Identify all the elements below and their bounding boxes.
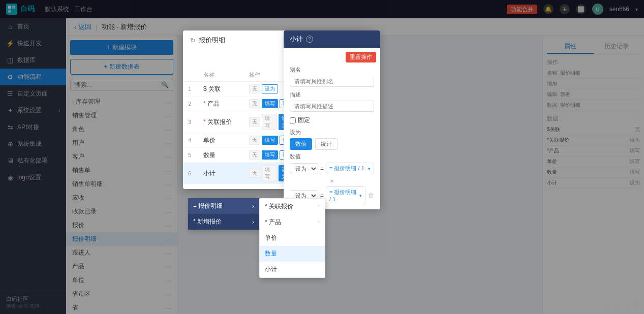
dropdown-item-label: = 报价明细 bbox=[193, 202, 223, 210]
reset-ops-button[interactable]: 重置操作 bbox=[346, 52, 376, 62]
fixed-label: 固定 bbox=[298, 116, 310, 124]
desc-label: 描述 bbox=[290, 91, 374, 99]
times-label: × bbox=[290, 176, 374, 186]
op-none[interactable]: 无 bbox=[249, 136, 260, 145]
chevron-right-icon: › bbox=[318, 218, 320, 225]
row-number: 4 bbox=[188, 137, 203, 143]
eq-label: = bbox=[320, 165, 324, 172]
op-none[interactable]: 无 bbox=[249, 150, 260, 160]
dropdown-item-label: 小计 bbox=[265, 266, 277, 273]
op-none[interactable]: 无 bbox=[249, 84, 260, 93]
desc-input[interactable] bbox=[290, 101, 374, 112]
side-panel-header: 小计 ? bbox=[284, 30, 380, 48]
refresh-icon[interactable]: ↻ bbox=[190, 37, 196, 44]
row-number: 3 bbox=[188, 119, 203, 125]
op-fill[interactable]: 填写 bbox=[262, 99, 278, 108]
field-select-btn2[interactable]: = 报价明细 / 1 ▾ bbox=[326, 186, 365, 204]
op-none[interactable]: 无 bbox=[249, 99, 260, 108]
op-fill[interactable]: 填写 bbox=[262, 165, 277, 181]
side-panel-form: 别名 描述 固定 设为 数值 统计 数值 bbox=[284, 48, 380, 209]
delete-icon[interactable]: 🗑 bbox=[367, 192, 374, 199]
dropdown-item-label: 数量 bbox=[265, 250, 277, 257]
dropdown-item-unitprice[interactable]: 单价 bbox=[260, 230, 325, 246]
shewi-label: 设为 bbox=[290, 129, 374, 136]
modal-title: 报价明细 bbox=[199, 36, 225, 45]
modal-overlay[interactable]: ↻ 报价明细 ⛶ ✕ 重置操作 名称 操作 值 1 bbox=[0, 0, 644, 314]
shuzhi-section: 数值 设为 = = 报价明细 / 1 ▾ × 设 bbox=[290, 153, 374, 204]
chevron-right-icon: › bbox=[252, 218, 254, 226]
dropdown-item-quotedetail[interactable]: = 报价明细 › bbox=[188, 198, 259, 214]
chevron-right-icon: › bbox=[318, 202, 320, 209]
shuzhi-label: 数值 bbox=[290, 153, 374, 161]
dropdown-item-qty[interactable]: 数量 bbox=[260, 246, 325, 262]
row-name: 单价 bbox=[203, 136, 249, 145]
op-fill[interactable]: 填写 bbox=[262, 150, 278, 160]
op-set[interactable]: 设为 bbox=[262, 84, 278, 93]
fixed-row: 固定 bbox=[290, 116, 374, 124]
op-fill[interactable]: 填写 bbox=[262, 114, 277, 130]
shewi-stats-btn[interactable]: 统计 bbox=[315, 138, 338, 150]
fixed-checkbox[interactable] bbox=[290, 117, 296, 123]
shewi-section: 设为 数值 统计 bbox=[290, 129, 374, 150]
dropdown-item-label: * 新增报价 bbox=[193, 217, 222, 226]
shewi-buttons: 数值 统计 bbox=[290, 138, 374, 150]
side-panel: 小计 ? 重置操作 别名 描述 固定 设为 数值 统计 bbox=[284, 30, 380, 209]
dropdown-item-label: 单价 bbox=[265, 234, 277, 241]
row-number: 5 bbox=[188, 152, 203, 158]
row-name: $ 关联 bbox=[203, 85, 249, 93]
row-name: * 产品 bbox=[203, 100, 249, 108]
help-icon[interactable]: ? bbox=[306, 36, 313, 43]
dropdown-item-label: * 关联报价 bbox=[265, 203, 293, 210]
alias-input[interactable] bbox=[290, 76, 374, 87]
chevron-down-icon: ▾ bbox=[368, 166, 371, 171]
chevron-right-icon: › bbox=[252, 203, 254, 210]
row-name: 数量 bbox=[203, 151, 249, 160]
field-label: = 报价明细 / 1 bbox=[329, 189, 359, 202]
side-panel-body: 重置操作 别名 描述 固定 设为 数值 统计 数值 bbox=[284, 48, 380, 209]
dropdown-item-label: * 产品 bbox=[265, 218, 281, 226]
op-none[interactable]: 无 bbox=[249, 117, 260, 127]
row-number: 2 bbox=[188, 101, 203, 107]
row-number: 6 bbox=[188, 170, 203, 176]
row-name: * 关联报价 bbox=[203, 118, 249, 127]
alias-label: 别名 bbox=[290, 66, 374, 74]
op-fill[interactable]: 填写 bbox=[262, 136, 278, 145]
field-label: = 报价明细 / 1 bbox=[329, 165, 364, 172]
shuzhi-row1: 设为 = = 报价明细 / 1 ▾ bbox=[290, 163, 374, 174]
op-none[interactable]: 无 bbox=[249, 169, 260, 178]
row-number: 1 bbox=[188, 86, 203, 92]
row-name: 小计 bbox=[203, 169, 249, 178]
shuzhi-select1[interactable]: 设为 bbox=[290, 163, 318, 174]
dropdown-item-quote-ref[interactable]: * 关联报价 › bbox=[260, 199, 325, 214]
watermark: @51CTO博客 bbox=[605, 302, 640, 310]
col-num bbox=[188, 71, 203, 79]
shewi-value-btn[interactable]: 数值 bbox=[290, 138, 312, 150]
dropdown-level1: = 报价明细 › * 新增报价 › bbox=[188, 198, 259, 230]
dropdown-level2: * 关联报价 › * 产品 › 单价 数量 小计 bbox=[259, 198, 325, 278]
dropdown-item-subtotal[interactable]: 小计 bbox=[260, 262, 325, 277]
chevron-down-icon: ▾ bbox=[359, 193, 362, 198]
dropdown-item-addquote[interactable]: * 新增报价 › bbox=[188, 214, 259, 230]
col-name: 名称 bbox=[203, 71, 249, 79]
field-select-btn1[interactable]: = 报价明细 / 1 ▾ bbox=[326, 163, 374, 174]
side-panel-title: 小计 bbox=[290, 35, 303, 44]
dropdown-item-product[interactable]: * 产品 › bbox=[260, 214, 325, 230]
